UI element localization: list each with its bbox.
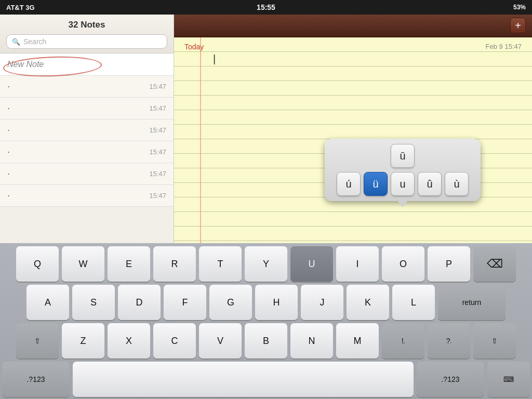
note-panel: + Today Feb 9 15:47 | ū ú ü u û ù (174, 15, 532, 243)
new-note-oval (3, 55, 102, 78)
note-time: 15:47 (149, 83, 166, 90)
key-c[interactable]: C (153, 323, 196, 358)
numeric-right-key[interactable]: .?123 (417, 362, 484, 397)
note-time: 15:47 (149, 170, 166, 178)
u-macron-key[interactable]: ū (391, 144, 415, 168)
key-s[interactable]: S (72, 285, 115, 320)
notes-title: 32 Notes (6, 20, 167, 30)
key-f[interactable]: F (164, 285, 206, 320)
search-icon: 🔍 (12, 38, 20, 46)
popup-bottom-row: ú ü u û ù (337, 172, 469, 196)
new-note-item[interactable]: New Note (0, 54, 174, 76)
key-t[interactable]: T (199, 246, 242, 282)
key-m[interactable]: M (336, 323, 379, 358)
list-item[interactable]: · 15:47 (0, 141, 174, 163)
note-time: 15:47 (149, 192, 166, 200)
space-key[interactable] (73, 362, 414, 397)
keyboard-row-1: Q W E R T Y U I O P ⌫ (2, 246, 530, 282)
exclaim-key[interactable]: !, (382, 323, 424, 358)
key-v[interactable]: V (199, 323, 242, 358)
key-j[interactable]: J (301, 285, 343, 320)
note-bullet: · (7, 103, 10, 114)
note-content[interactable]: Today Feb 9 15:47 | ū ú ü u û ù (174, 37, 532, 243)
battery-label: 53% (513, 4, 526, 11)
key-b[interactable]: B (245, 323, 287, 358)
key-u[interactable]: U (290, 246, 333, 282)
margin-line (200, 37, 201, 243)
notes-list: New Note · 15:47 · 15:47 · 15:47 · 15:47 (0, 54, 174, 243)
key-k[interactable]: K (347, 285, 389, 320)
text-cursor: | (213, 53, 522, 65)
key-y[interactable]: Y (245, 246, 287, 282)
keyboard-row-3: ⇧ Z X C V B N M !, ?. ⇧ (2, 323, 530, 358)
backspace-key[interactable]: ⌫ (473, 246, 516, 282)
u-grave-key[interactable]: ù (445, 172, 469, 196)
keyboard-row-4: .?123 .?123 ⌨ (2, 362, 530, 397)
carrier-label: AT&T 3G (6, 4, 35, 11)
key-i[interactable]: I (336, 246, 379, 282)
u-plain-key[interactable]: u (391, 172, 415, 196)
list-item[interactable]: · 15:47 (0, 185, 174, 207)
u-variant-popup: ū ú ü u û ù (325, 139, 481, 201)
note-time: 15:47 (149, 126, 166, 134)
key-o[interactable]: O (382, 246, 424, 282)
keyboard: Q W E R T Y U I O P ⌫ A S D F G H J K L … (0, 243, 532, 399)
note-bullet: · (7, 125, 10, 136)
list-item[interactable]: · 15:47 (0, 119, 174, 141)
note-time: 15:47 (149, 148, 166, 156)
key-w[interactable]: W (62, 246, 104, 282)
note-bullet: · (7, 147, 10, 157)
keyboard-row-2: A S D F G H J K L return (2, 285, 530, 320)
list-item[interactable]: · 15:47 (0, 163, 174, 185)
question-key[interactable]: ?. (428, 323, 470, 358)
keyboard-hide-key[interactable]: ⌨ (487, 362, 530, 397)
note-bullet: · (7, 81, 10, 92)
key-l[interactable]: L (392, 285, 435, 320)
key-g[interactable]: G (209, 285, 252, 320)
list-item[interactable]: · 15:47 (0, 98, 174, 119)
popup-top-row: ū (391, 144, 415, 168)
numeric-left-key[interactable]: .?123 (2, 362, 70, 397)
shift-left-key[interactable]: ⇧ (16, 323, 59, 358)
status-bar: AT&T 3G 15:55 53% (0, 0, 532, 15)
key-h[interactable]: H (255, 285, 298, 320)
key-x[interactable]: X (108, 323, 150, 358)
key-a[interactable]: A (26, 285, 69, 320)
add-note-button[interactable]: + (510, 18, 526, 33)
notes-panel: 32 Notes 🔍 Search New Note · 15:47 · 1 (0, 15, 174, 243)
u-umlaut-key[interactable]: ü (364, 172, 388, 196)
note-time: 15:47 (149, 104, 166, 112)
key-d[interactable]: D (118, 285, 161, 320)
note-toolbar: + (174, 15, 532, 37)
key-p[interactable]: P (428, 246, 470, 282)
main-area: 32 Notes 🔍 Search New Note · 15:47 · 1 (0, 15, 532, 243)
list-item[interactable]: · 15:47 (0, 76, 174, 98)
u-circumflex-key[interactable]: û (418, 172, 442, 196)
search-input[interactable]: Search (23, 37, 46, 46)
notes-header: 32 Notes 🔍 Search (0, 15, 174, 54)
note-bullet: · (7, 168, 10, 179)
key-n[interactable]: N (290, 323, 333, 358)
note-date-line: Today Feb 9 15:47 (184, 43, 522, 51)
key-e[interactable]: E (108, 246, 150, 282)
note-bullet: · (7, 190, 10, 201)
key-z[interactable]: Z (62, 323, 104, 358)
shift-right-key[interactable]: ⇧ (473, 323, 516, 358)
key-r[interactable]: R (153, 246, 196, 282)
date-time-label: Feb 9 15:47 (486, 43, 522, 51)
time-label: 15:55 (257, 3, 275, 11)
search-bar[interactable]: 🔍 Search (6, 34, 167, 49)
key-q[interactable]: Q (16, 246, 59, 282)
return-key[interactable]: return (438, 285, 506, 320)
u-acute-key[interactable]: ú (337, 172, 361, 196)
